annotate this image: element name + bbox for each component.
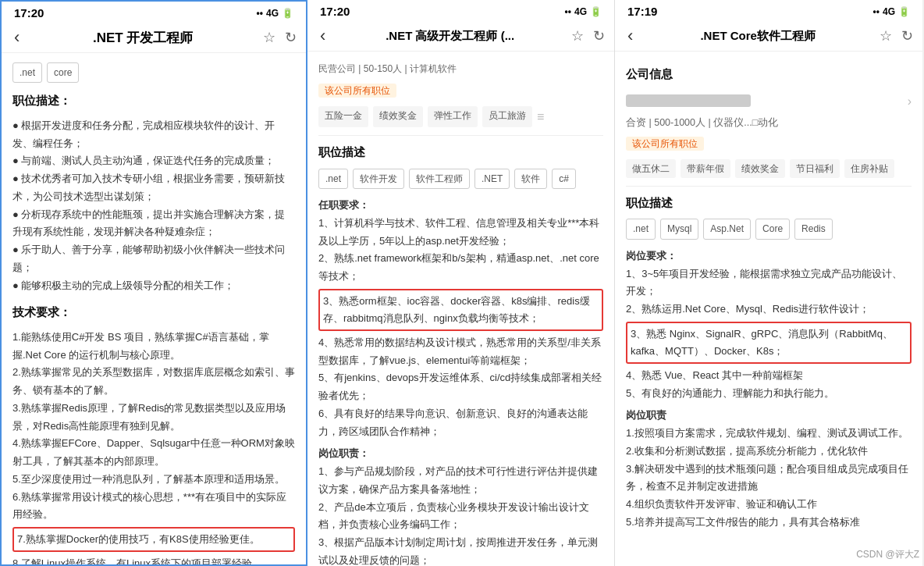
tag-row-2: .net 软件开发 软件工程师 .NET 软件 c# — [318, 169, 603, 189]
req-text-3b: 4、熟悉 Vue、React 其中一种前端框架 5、有良好的沟通能力、理解能力和… — [626, 367, 912, 403]
tech-text-1: 1.能熟练使用C#开发 BS 项目，熟练掌握C#语言基础，掌握.Net Core… — [12, 329, 295, 524]
nav-icons-1: ☆ ↻ — [263, 29, 297, 46]
tag-sw-2: 软件开发 — [353, 169, 404, 189]
tag-row-1: .net core — [12, 62, 295, 83]
back-button-3[interactable]: ‹ — [624, 26, 636, 46]
req-text-3a: 1、3~5年项目开发经验，能根据需求独立完成产品功能设计、开发； 2、熟练运用.… — [626, 265, 912, 319]
divider-3 — [626, 186, 912, 187]
nav-bar-2: ‹ .NET 高级开发工程师 (... ☆ ↻ — [307, 21, 614, 52]
nav-icons-2: ☆ ↻ — [571, 27, 605, 44]
tag-row-3: .net Mysql Asp.Net Core Redis — [626, 219, 912, 239]
section-tech-req-1: 技术要求： — [12, 302, 295, 322]
refresh-icon-3[interactable]: ↻ — [901, 27, 913, 44]
company-meta-3: 合资 | 500-1000人 | 仪器仪...□动化 — [626, 115, 912, 132]
battery-3: 🔋 — [898, 6, 910, 17]
divider-2 — [318, 135, 603, 136]
back-button-1[interactable]: ‹ — [11, 27, 23, 48]
duty-heading-2: 岗位职责： — [318, 445, 603, 463]
network-1: 4G — [266, 8, 279, 19]
star-icon-3[interactable]: ☆ — [880, 27, 892, 44]
tag-soft-2: 软件 — [514, 169, 547, 189]
text-linux-1: 8.了解Linux操作系统，有Linux系统下的项目部署经验。 9.了解微服务各… — [12, 555, 295, 564]
tag-core-3: Core — [755, 219, 790, 239]
panel-3: 17:19 •• 4G 🔋 ‹ .NET Core软件工程师 ☆ ↻ 公司信息 — [615, 0, 922, 566]
battery-1: 🔋 — [282, 8, 293, 19]
content-2: 民营公司 | 50-150人 | 计算机软件 该公司所有职位 五险一金 绩效奖金… — [307, 52, 614, 566]
benefit-3-3: 绩效奖金 — [735, 159, 785, 178]
signal-dots-3: •• — [873, 6, 880, 17]
time-2: 17:20 — [320, 5, 350, 18]
nav-title-2: .NET 高级开发工程师 (... — [329, 29, 571, 44]
status-bar-2: 17:20 •• 4G 🔋 — [307, 0, 614, 21]
benefit-3-2: 带薪年假 — [681, 159, 730, 178]
network-2: 4G — [574, 6, 587, 17]
status-right-2: •• 4G 🔋 — [565, 6, 602, 17]
benefit-3-5: 住房补贴 — [844, 159, 894, 178]
section-heading-desc-1: 职位描述： — [12, 91, 295, 111]
highlight-docker-2: 3、熟悉orm框架、ioc容器、docker容器、k8s编排、redis缓存、r… — [318, 289, 603, 331]
nav-title-1: .NET 开发工程师 — [23, 29, 263, 47]
duty-text-2: 1、参与产品规划阶段，对产品的技术可行性进行评估并提供建议方案，确保产品方案具备… — [318, 463, 603, 566]
tag-aspnet-3: Asp.Net — [703, 219, 751, 239]
benefit-2: 绩效奖金 — [373, 106, 423, 127]
refresh-icon-1[interactable]: ↻ — [285, 29, 297, 46]
section-desc-3: 职位描述 — [626, 193, 912, 213]
status-right-3: •• 4G 🔋 — [873, 6, 910, 17]
tag-mysql-3: Mysql — [660, 219, 698, 239]
nav-bar-1: ‹ .NET 开发工程师 ☆ ↻ — [2, 23, 306, 53]
req-heading-2: 任职要求： — [318, 197, 603, 215]
tag-cs-2: c# — [552, 169, 576, 189]
panel-2: 17:20 •• 4G 🔋 ‹ .NET 高级开发工程师 (... ☆ ↻ 民营… — [307, 0, 615, 566]
duty-heading-3: 岗位职责 — [626, 407, 912, 425]
company-badge-3[interactable]: 该公司所有职位 — [626, 137, 704, 151]
company-meta-2: 民营公司 | 50-150人 | 计算机软件 — [318, 61, 603, 77]
content-1: .net core 职位描述： ● 根据开发进度和任务分配，完成相应模块软件的设… — [2, 53, 306, 564]
highlight-docker-1: 7.熟练掌握Docker的使用技巧，有K8S使用经验更佳。 — [12, 527, 295, 552]
desc-text-1: ● 根据开发进度和任务分配，完成相应模块软件的设计、开发、编程任务； ● 与前端… — [12, 117, 295, 295]
benefit-3-1: 做五休二 — [626, 159, 676, 178]
nav-bar-3: ‹ .NET Core软件工程师 ☆ ↻ — [615, 21, 922, 52]
duty-text-3: 1.按照项目方案需求，完成软件规划、编程、测试及调试工作。 2.收集和分析测试数… — [626, 425, 912, 532]
tag-net-1: .net — [12, 62, 42, 83]
tag-swe-2: 软件工程师 — [409, 169, 470, 189]
benefit-1: 五险一金 — [318, 106, 368, 127]
panel-1: 17:20 •• 4G 🔋 ‹ .NET 开发工程师 ☆ ↻ .net core… — [0, 0, 307, 566]
benefit-row-2: 五险一金 绩效奖金 弹性工作 员工旅游 ≡ — [318, 106, 603, 127]
time-3: 17:19 — [627, 5, 657, 18]
company-section-title-3: 公司信息 — [626, 64, 912, 84]
company-name-blur-3 — [626, 94, 751, 107]
req-text-2a: 1、计算机科学与技术、软件工程、信息管理及相关专业***本科及以上学历，5年以上… — [318, 215, 603, 286]
req-heading-3: 岗位要求： — [626, 247, 912, 265]
star-icon-2[interactable]: ☆ — [571, 27, 584, 44]
more-icon-2: ≡ — [537, 106, 544, 127]
tag-net-3: .net — [626, 219, 656, 239]
benefit-3-4: 节日福利 — [790, 159, 840, 178]
back-button-2[interactable]: ‹ — [317, 26, 329, 46]
nav-title-3: .NET Core软件工程师 — [636, 29, 880, 44]
battery-2: 🔋 — [590, 6, 602, 17]
tag-redis-3: Redis — [794, 219, 833, 239]
section-desc-2: 职位描述 — [318, 142, 603, 162]
signal-dots-2: •• — [565, 6, 571, 17]
star-icon-1[interactable]: ☆ — [263, 29, 275, 46]
benefit-4: 员工旅游 — [482, 106, 532, 127]
time-1: 17:20 — [14, 6, 44, 20]
status-bar-1: 17:20 •• 4G 🔋 — [2, 2, 306, 23]
req-text-2b: 4、熟悉常用的数据结构及设计模式，熟悉常用的关系型/非关系型数据库，了解vue.… — [318, 334, 603, 441]
company-name-area-3 — [626, 92, 754, 110]
nav-icons-3: ☆ ↻ — [880, 27, 913, 44]
watermark: CSDN @评大Z — [856, 548, 919, 561]
arrow-right-3[interactable]: › — [908, 91, 912, 112]
company-badge-2[interactable]: 该公司所有职位 — [318, 84, 396, 98]
tag-NET-2: .NET — [474, 169, 510, 189]
status-bar-3: 17:19 •• 4G 🔋 — [615, 0, 922, 21]
network-3: 4G — [883, 6, 895, 17]
refresh-icon-2[interactable]: ↻ — [593, 27, 605, 44]
signal-dots-1: •• — [257, 8, 263, 19]
status-right-1: •• 4G 🔋 — [257, 8, 293, 19]
benefit-3: 弹性工作 — [428, 106, 478, 127]
benefit-row-3: 做五休二 带薪年假 绩效奖金 节日福利 住房补贴 — [626, 159, 912, 178]
tag-core-1: core — [47, 62, 79, 83]
company-row-3: › — [626, 91, 912, 112]
content-3: 公司信息 › 合资 | 500-1000人 | 仪器仪...□动化 该公司所有职… — [615, 52, 922, 566]
